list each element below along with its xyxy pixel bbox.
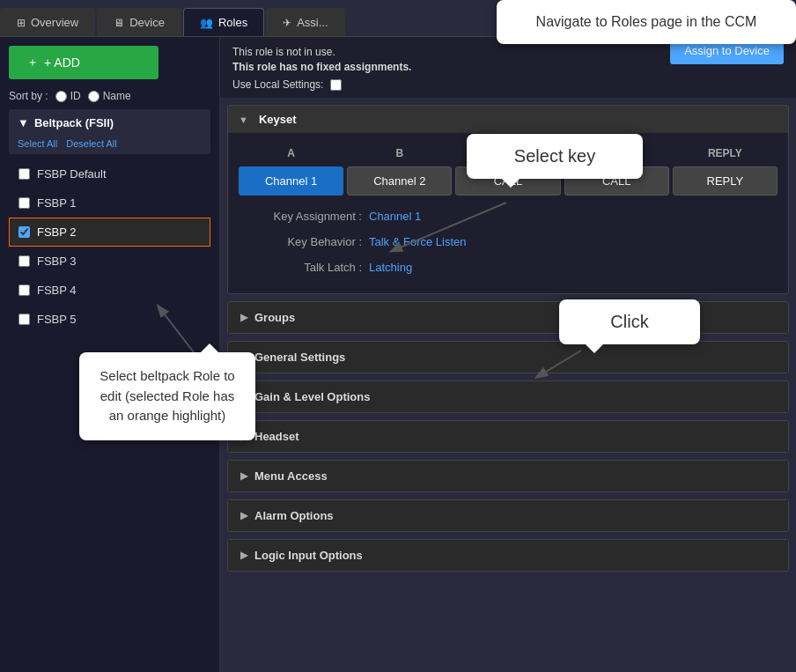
col-b-label: B (347, 144, 452, 163)
key-behavior-value[interactable]: Talk & Force Listen (369, 235, 467, 248)
key-assignment-label: Key Assignment : (256, 210, 362, 223)
role-checkbox-fsbp-3[interactable] (18, 255, 30, 267)
col-reply-label: REPLY (673, 144, 778, 163)
gain-level-section: ▶ Gain & Level Options (227, 380, 789, 413)
key-assignment-value[interactable]: Channel 1 (369, 210, 421, 223)
alarm-options-chevron-icon: ▶ (240, 510, 247, 521)
role-item-fsbp-5[interactable]: FSBP 5 (9, 305, 210, 334)
tab-roles[interactable]: 👥 Roles (183, 8, 264, 36)
roles-icon: 👥 (200, 17, 213, 29)
chevron-down-icon: ▼ (18, 116, 29, 129)
menu-access-chevron-icon: ▶ (240, 470, 247, 482)
logic-input-header[interactable]: ▶ Logic Input Options (228, 540, 788, 571)
groups-header[interactable]: ▶ Groups (228, 302, 788, 333)
keyset-section-header[interactable]: ▼ Keyset (228, 106, 788, 133)
role-item-fsbp-2[interactable]: FSBP 2 (9, 218, 210, 247)
role-checkbox-fsbp-default[interactable] (18, 168, 30, 180)
alarm-options-section: ▶ Alarm Options (227, 499, 789, 532)
role-item-fsbp-default[interactable]: FSBP Default (9, 159, 210, 188)
sort-id-label[interactable]: ID (55, 90, 81, 102)
device-icon: 🖥 (114, 17, 124, 29)
key-reply[interactable]: REPLY (673, 166, 778, 196)
sort-name-radio[interactable] (88, 91, 100, 102)
gain-level-label: Gain & Level Options (254, 390, 370, 403)
role-item-fsbp-3[interactable]: FSBP 3 (9, 247, 210, 276)
key-channel-2[interactable]: Channel 2 (347, 166, 452, 196)
device-group-beltpack: ▼ Beltpack (FSII) Select All Deselect Al… (9, 109, 210, 154)
sort-row: Sort by : ID Name (9, 90, 210, 102)
key-channel-1[interactable]: Channel 1 (239, 166, 343, 196)
add-button[interactable]: ＋ + ADD (9, 46, 158, 79)
key-assignment-row: Key Assignment : Channel 1 (239, 206, 778, 226)
logic-input-chevron-icon: ▶ (240, 550, 247, 561)
callout-beltpack: Select beltpack Role to edit (selected R… (79, 352, 255, 440)
local-settings-row: Use Local Settings: (232, 78, 670, 91)
talk-latch-value[interactable]: Latching (369, 261, 412, 274)
role-checkbox-fsbp-1[interactable] (18, 197, 30, 209)
general-settings-label: General Settings (254, 351, 345, 364)
tab-overview[interactable]: ⊞ Overview (0, 8, 95, 36)
general-settings-header[interactable]: ▶ General Settings (228, 342, 788, 373)
menu-access-section: ▶ Menu Access (227, 460, 789, 492)
role-item-fsbp-1[interactable]: FSBP 1 (9, 188, 210, 218)
alarm-options-header[interactable]: ▶ Alarm Options (228, 500, 788, 531)
callout-click: Click (559, 299, 700, 344)
device-group-header[interactable]: ▼ Beltpack (FSII) (9, 109, 210, 137)
overview-icon: ⊞ (17, 17, 26, 29)
groups-chevron-icon: ▶ (240, 312, 247, 323)
role-checkbox-fsbp-4[interactable] (18, 284, 30, 296)
local-settings-label: Use Local Settings: (232, 78, 323, 91)
local-settings-checkbox[interactable] (330, 79, 342, 91)
general-settings-section: ▶ General Settings (227, 341, 789, 373)
gain-level-header[interactable]: ▶ Gain & Level Options (228, 381, 788, 412)
logic-input-label: Logic Input Options (254, 549, 363, 562)
talk-latch-row: Talk Latch : Latching (239, 257, 778, 277)
key-behavior-label: Key Behavior : (256, 235, 362, 248)
select-deselect-row: Select All Deselect All (9, 137, 210, 154)
headset-header[interactable]: ▶ Headset (228, 421, 788, 452)
headset-section: ▶ Headset (227, 420, 789, 453)
content-panel: This role is not in use. This role has n… (220, 37, 796, 672)
beltpack-text: Select beltpack Role to edit (selected R… (100, 368, 234, 423)
click-text: Click (610, 312, 648, 331)
groups-label: Groups (254, 311, 295, 324)
col-a-label: A (239, 144, 343, 163)
select-all-link[interactable]: Select All (18, 138, 57, 149)
role-status-2: This role has no fixed assignments. (232, 61, 670, 73)
keyset-chevron-icon: ▼ (239, 114, 248, 125)
tab-device[interactable]: 🖥 Device (97, 8, 181, 36)
sort-id-radio[interactable] (55, 91, 67, 102)
logic-input-section: ▶ Logic Input Options (227, 539, 789, 572)
content-header: This role is not in use. This role has n… (220, 37, 796, 98)
key-behavior-row: Key Behavior : Talk & Force Listen (239, 232, 778, 252)
role-status-1: This role is not in use. (232, 46, 670, 58)
menu-access-header[interactable]: ▶ Menu Access (228, 461, 788, 491)
assign-icon: ✈ (283, 17, 291, 29)
alarm-options-label: Alarm Options (254, 509, 334, 522)
tab-assign[interactable]: ✈ Assi... (266, 8, 344, 36)
groups-section: ▶ Groups (227, 301, 789, 334)
keyset-label: Keyset (259, 113, 297, 126)
menu-access-label: Menu Access (254, 469, 328, 483)
callout-navigate: Navigate to Roles page in the CCM (497, 0, 796, 44)
sort-name-label[interactable]: Name (88, 90, 131, 102)
callout-select-key: Select key (467, 134, 643, 179)
plus-icon: ＋ (26, 55, 39, 70)
role-checkbox-fsbp-5[interactable] (18, 314, 30, 325)
role-item-fsbp-4[interactable]: FSBP 4 (9, 276, 210, 305)
deselect-all-link[interactable]: Deselect All (66, 138, 116, 149)
select-key-text: Select key (514, 146, 595, 166)
headset-label: Headset (254, 430, 299, 443)
role-status-area: This role is not in use. This role has n… (232, 46, 670, 91)
role-checkbox-fsbp-2[interactable] (18, 226, 30, 238)
talk-latch-label: Talk Latch : (256, 261, 362, 274)
